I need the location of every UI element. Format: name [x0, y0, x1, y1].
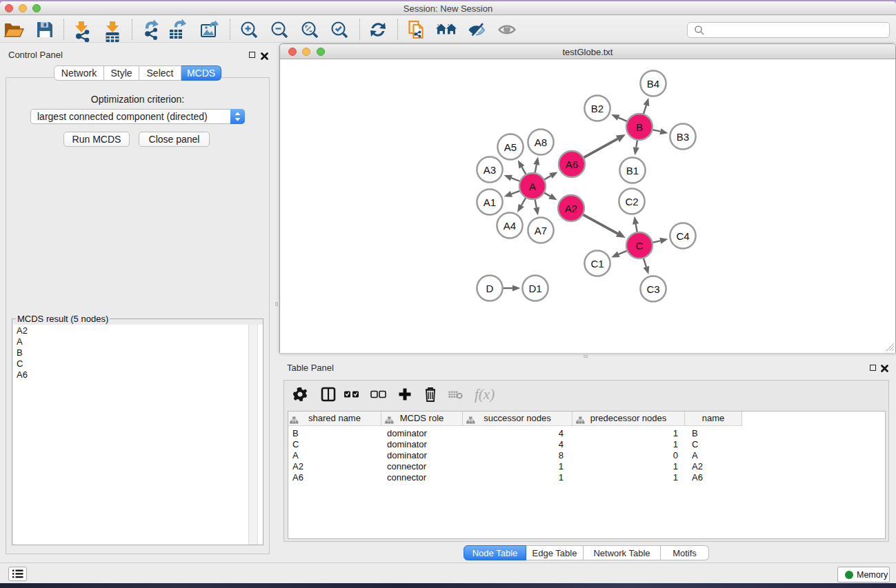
svg-text:A5: A5 — [504, 141, 517, 153]
svg-text:A: A — [529, 181, 536, 192]
svg-text:A2: A2 — [565, 203, 577, 214]
svg-text:D: D — [486, 283, 494, 294]
svg-text:A7: A7 — [535, 225, 547, 236]
svg-text:C1: C1 — [590, 258, 604, 270]
svg-text:f(x): f(x) — [475, 386, 495, 403]
svg-text:B3: B3 — [677, 131, 689, 143]
svg-text:B1: B1 — [626, 165, 639, 176]
svg-text:C: C — [636, 240, 644, 252]
svg-text:C3: C3 — [646, 283, 659, 295]
svg-text:A1: A1 — [484, 196, 496, 208]
svg-text:B: B — [636, 121, 643, 133]
svg-text:A6: A6 — [566, 159, 578, 170]
svg-text:A3: A3 — [484, 164, 496, 176]
svg-text:C4: C4 — [676, 230, 689, 242]
svg-text:B2: B2 — [591, 103, 604, 114]
svg-text:B4: B4 — [647, 78, 659, 90]
svg-text:A4: A4 — [504, 220, 516, 232]
svg-text:C2: C2 — [625, 196, 638, 207]
svg-text:A8: A8 — [535, 136, 547, 148]
svg-text:D1: D1 — [528, 283, 541, 294]
